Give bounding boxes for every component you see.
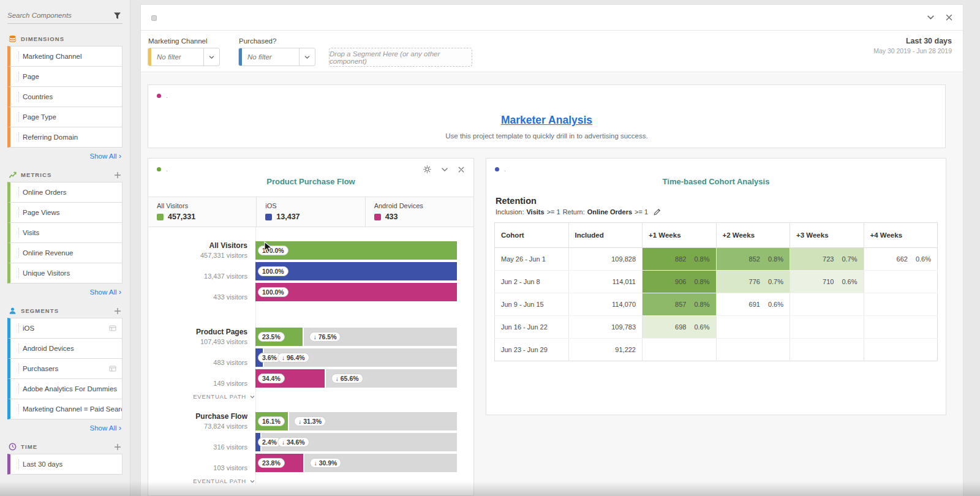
add-segments-button[interactable] — [114, 307, 121, 315]
marketing-channel-filter-dropdown[interactable]: No filter — [148, 48, 220, 66]
component-item[interactable]: Android Devices — [7, 338, 123, 359]
panel-color-dot — [495, 167, 499, 171]
search-row — [7, 7, 123, 24]
component-item[interactable]: Page — [7, 66, 123, 87]
included-cell: 91,222 — [568, 339, 643, 361]
legend-tab-android-devices[interactable]: Android Devices433 — [366, 197, 473, 227]
fallout-bar-track: 23.5%↓ 76.5% — [255, 328, 457, 346]
cohort-row: Jun 2 - Jun 8114,0119060.8%7760.7%7100.6… — [495, 271, 938, 293]
component-item[interactable]: iOS — [7, 318, 123, 339]
close-panel-icon[interactable] — [945, 13, 953, 21]
fallout-step: Product Pages107,493 visitors23.5%↓ 76.5… — [148, 328, 457, 388]
search-input[interactable] — [7, 12, 112, 19]
retention-cell[interactable]: 8520.8% — [716, 248, 790, 271]
show-all-link-segments[interactable]: Show All› — [9, 424, 121, 432]
legend-tab-ios[interactable]: iOS13,437 — [257, 197, 365, 227]
retention-cell[interactable]: 6910.6% — [716, 293, 790, 316]
fallout-bar-track: 100.0% — [255, 283, 457, 301]
canvas: . Marketer Analysis Use this project tem… — [141, 73, 963, 496]
chevron-down-icon[interactable] — [299, 48, 315, 66]
retention-values: 8820.8% — [649, 255, 710, 263]
component-item[interactable]: Last 30 days — [7, 454, 123, 475]
component-item[interactable]: Online Orders — [7, 182, 123, 203]
retention-cell[interactable]: 7230.7% — [790, 248, 864, 271]
panel-color-dot — [157, 167, 161, 171]
purchased-filter-dropdown[interactable]: No filter — [238, 48, 315, 66]
component-item[interactable]: Unique Visitors — [7, 263, 123, 284]
fallout-percent-label: ↓ 65.6% — [331, 374, 363, 383]
cohort-row: Jun 9 - Jun 15114,0708570.8%6910.6% — [495, 293, 938, 316]
fallout-step: Purchase Flow73,824 visitors16.1%↓ 31.3%… — [148, 412, 457, 472]
fallout-row-label: All Visitors457,331 visitors — [148, 241, 255, 260]
retention-cell — [716, 316, 790, 339]
retention-count: 691 — [749, 301, 760, 308]
filter1-label: Marketing Channel — [148, 37, 208, 45]
component-item[interactable]: Page Type — [7, 107, 123, 127]
component-item[interactable]: Countries — [7, 86, 123, 107]
component-label: Marketing Channel — [23, 53, 122, 60]
component-item[interactable]: Page Views — [7, 202, 123, 223]
bar-percent-label: 100.0% — [258, 266, 288, 276]
metrics-icon — [9, 171, 17, 179]
component-item[interactable]: Purchasers — [7, 358, 123, 379]
fallout-row: 433 visitors100.0% — [148, 283, 457, 301]
add-metrics-button[interactable] — [114, 171, 121, 179]
edit-pencil-icon[interactable] — [654, 208, 661, 216]
retention-cell[interactable]: 8570.8% — [643, 293, 717, 316]
retention-cell[interactable]: 7760.7% — [716, 271, 790, 293]
add-time-button[interactable] — [114, 443, 121, 451]
date-range[interactable]: Last 30 days May 30 2019 - Jun 28 2019 — [873, 37, 952, 54]
settings-gear-icon[interactable] — [423, 165, 432, 174]
component-item[interactable]: Marketing Channel = Paid Search — [7, 399, 123, 419]
cohort-range-cell: Jun 16 - Jun 22 — [495, 316, 569, 339]
retention-cell[interactable]: 9060.8% — [643, 271, 717, 293]
component-item[interactable]: Adobe Analytics For Dummies — [7, 378, 123, 399]
component-item[interactable]: Referring Domain — [7, 127, 123, 148]
fallout-row: 483 visitors3.6%↓ 96.4% — [148, 348, 457, 367]
retention-percent: 0.7% — [768, 278, 783, 285]
collapse-visualization-icon[interactable] — [440, 165, 449, 174]
show-all-link-dimensions[interactable]: Show All› — [9, 152, 121, 160]
component-item[interactable]: Visits — [7, 222, 123, 243]
close-visualization-icon[interactable] — [458, 166, 465, 173]
project-subtitle: Use this project template to quickly dri… — [148, 132, 945, 140]
drag-grip-icon — [18, 92, 19, 102]
retention-cell[interactable]: 8820.8% — [643, 248, 717, 271]
retention-values: 7230.7% — [796, 255, 858, 263]
fallout-row: All Visitors457,331 visitors100.0% — [148, 241, 457, 260]
collapse-panel-icon[interactable] — [926, 13, 935, 22]
segment-drop-zone[interactable]: Drop a Segment Here (or any other compon… — [329, 48, 472, 67]
show-all-label: Show All — [90, 424, 117, 432]
retention-cell — [864, 316, 938, 339]
eventual-path-toggle[interactable]: EVENTUAL PATH — [148, 393, 262, 400]
component-item[interactable]: Online Revenue — [7, 242, 123, 263]
cohort-range-cell: May 26 - Jun 1 — [495, 248, 569, 271]
component-item[interactable]: Marketing Channel — [7, 46, 123, 67]
retention-percent: 0.7% — [842, 255, 857, 263]
legend-value: 457,331 — [168, 212, 195, 221]
fallout-bar-track: 16.1%↓ 31.3% — [255, 412, 457, 430]
drag-grip-icon — [18, 404, 19, 414]
bar-percent-label: 100.0% — [258, 246, 288, 255]
fallout-row-label: Purchase Flow73,824 visitors — [148, 412, 255, 430]
retention-count: 662 — [897, 255, 908, 263]
shared-badge-icon — [109, 365, 116, 372]
return-label: Return: — [563, 208, 585, 216]
chevron-down-icon[interactable] — [203, 48, 219, 66]
show-all-link-metrics[interactable]: Show All› — [9, 288, 121, 296]
panel-color-dot — [157, 94, 161, 98]
fallout-chart: All Visitors457,331 visitors100.0%13,437… — [148, 241, 473, 484]
retention-cell[interactable]: 6980.6% — [643, 316, 717, 339]
section-title: TIME — [21, 443, 110, 450]
eventual-path-toggle[interactable]: EVENTUAL PATH — [148, 478, 262, 484]
filter-icon[interactable] — [112, 10, 123, 21]
drag-grip-icon — [18, 51, 19, 61]
inclusion-condition: >= 1 — [547, 208, 560, 216]
legend-tab-all-visitors[interactable]: All Visitors457,331 — [148, 197, 257, 227]
filter2-label: Purchased? — [239, 37, 276, 45]
drag-grip-icon — [18, 187, 19, 197]
eventual-path-label: EVENTUAL PATH — [193, 478, 246, 484]
project-title-link[interactable]: Marketer Analysis — [148, 114, 945, 127]
retention-cell[interactable]: 7100.6% — [790, 271, 864, 293]
retention-cell[interactable]: 6620.6% — [864, 248, 938, 271]
